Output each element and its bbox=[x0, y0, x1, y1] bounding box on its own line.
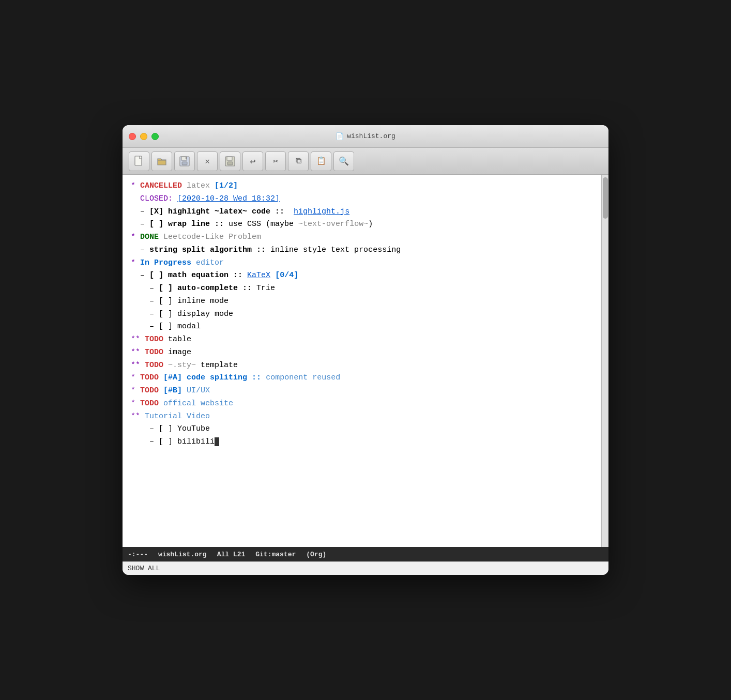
line-16: * TODO [#A] code spliting :: component r… bbox=[131, 372, 593, 385]
undo-button[interactable]: ↩ bbox=[242, 151, 263, 171]
line-9: – [ ] auto-complete :: Trie bbox=[131, 282, 593, 295]
minimize-button[interactable] bbox=[140, 133, 147, 140]
window-title: 📄 wishList.org bbox=[336, 132, 395, 141]
svg-rect-4 bbox=[186, 157, 187, 159]
save-alt-button[interactable] bbox=[220, 151, 240, 171]
line-15: ** TODO ~.sty~ template bbox=[131, 359, 593, 372]
editor-wrapper: * CANCELLED latex [1/2] CLOSED: [2020-10… bbox=[123, 175, 601, 547]
title-icon: 📄 bbox=[336, 132, 344, 141]
line-14: ** TODO image bbox=[131, 346, 593, 359]
copy-button[interactable]: ⧉ bbox=[288, 151, 309, 171]
cut-button[interactable]: ✂ bbox=[265, 151, 286, 171]
open-file-button[interactable] bbox=[151, 151, 172, 171]
status-type: (Org) bbox=[306, 551, 326, 558]
status-bar-secondary: SHOW ALL bbox=[123, 561, 608, 575]
line-8: – [ ] math equation :: KaTeX [0/4] bbox=[131, 269, 593, 282]
svg-rect-6 bbox=[227, 157, 232, 160]
close-button[interactable] bbox=[129, 133, 136, 140]
line-17: * TODO [#B] UI/UX bbox=[131, 385, 593, 398]
line-2: CLOSED: [2020-10-28 Wed 18:32] bbox=[131, 193, 593, 206]
search-button[interactable]: 🔍 bbox=[333, 151, 354, 171]
status-mode: -:--- bbox=[128, 551, 148, 558]
maximize-button[interactable] bbox=[151, 133, 159, 140]
line-1: * CANCELLED latex [1/2] bbox=[131, 180, 593, 193]
line-3: – [X] highlight ~latex~ code :: highligh… bbox=[131, 206, 593, 219]
line-21: – [ ] bilibili bbox=[131, 436, 593, 449]
close-file-button[interactable]: ✕ bbox=[197, 151, 218, 171]
line-5: * DONE Leetcode-Like Problem bbox=[131, 231, 593, 244]
status-position: All L21 bbox=[217, 551, 246, 558]
show-all-label: SHOW ALL bbox=[128, 565, 160, 572]
line-4: – [ ] wrap line :: use CSS (maybe ~text-… bbox=[131, 218, 593, 231]
title-bar: 📄 wishList.org bbox=[123, 125, 608, 148]
line-18: * TODO offical website bbox=[131, 398, 593, 410]
text-cursor bbox=[215, 437, 219, 446]
line-19: ** Tutorial Video bbox=[131, 410, 593, 423]
svg-rect-7 bbox=[227, 162, 233, 165]
line-7: * In Progress editor bbox=[131, 257, 593, 270]
new-file-button[interactable] bbox=[129, 151, 149, 171]
traffic-lights bbox=[129, 133, 159, 140]
svg-rect-3 bbox=[182, 162, 187, 165]
status-branch: Git:master bbox=[255, 551, 296, 558]
paste-button[interactable]: 📋 bbox=[311, 151, 331, 171]
editor-area[interactable]: * CANCELLED latex [1/2] CLOSED: [2020-10… bbox=[123, 175, 601, 547]
line-20: – [ ] YouTube bbox=[131, 423, 593, 436]
svg-rect-0 bbox=[135, 156, 142, 165]
app-window: 📄 wishList.org ✕ bbox=[123, 125, 608, 575]
scrollbar-thumb[interactable] bbox=[603, 177, 608, 219]
line-11: – [ ] display mode bbox=[131, 308, 593, 321]
line-12: – [ ] modal bbox=[131, 321, 593, 333]
editor-scrollbar-area: * CANCELLED latex [1/2] CLOSED: [2020-10… bbox=[123, 175, 608, 547]
status-filename: wishList.org bbox=[158, 551, 207, 558]
toolbar: ✕ ↩ ✂ ⧉ 📋 🔍 bbox=[123, 148, 608, 175]
line-13: ** TODO table bbox=[131, 333, 593, 346]
save-button[interactable] bbox=[174, 151, 195, 171]
scrollbar[interactable] bbox=[601, 175, 608, 547]
status-bar: -:--- wishList.org All L21 Git:master (O… bbox=[123, 547, 608, 561]
line-6: – string split algorithm :: inline style… bbox=[131, 244, 593, 257]
line-10: – [ ] inline mode bbox=[131, 295, 593, 308]
